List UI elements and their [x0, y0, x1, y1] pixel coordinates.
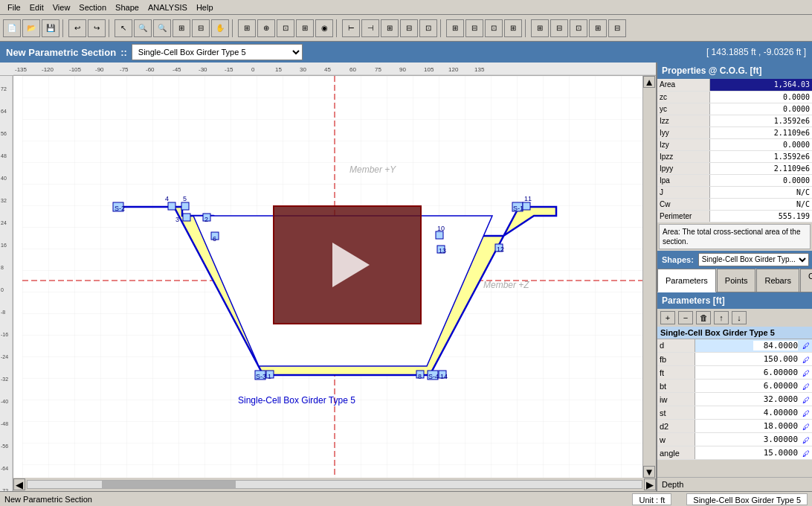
- scroll-right-btn[interactable]: ▶: [644, 478, 656, 490]
- menu-edit[interactable]: Edit: [25, 1, 48, 13]
- tool8-btn[interactable]: ⊞: [381, 19, 399, 37]
- save-btn[interactable]: 💾: [42, 19, 59, 37]
- shapes-dropdown[interactable]: Single-Cell Box Girder Typ...: [698, 253, 809, 266]
- zoom-in-btn[interactable]: 🔍: [134, 19, 152, 37]
- svg-text:-135: -135: [15, 66, 28, 73]
- grid-btn[interactable]: ⊞: [238, 19, 256, 37]
- params-up-btn[interactable]: ↑: [714, 311, 729, 324]
- tool17-btn[interactable]: ⊡: [570, 19, 587, 37]
- svg-text:40: 40: [1, 176, 7, 181]
- tool9-btn[interactable]: ⊟: [400, 19, 418, 37]
- param-ft-edit-icon[interactable]: 🖊: [802, 369, 810, 377]
- canvas-content[interactable]: Member +Y Member +Z Member To Z Referenc…: [13, 76, 656, 478]
- param-label-bt: bt: [657, 380, 695, 393]
- params-add-btn[interactable]: +: [660, 311, 675, 324]
- menu-analysis[interactable]: ANALYSIS: [144, 1, 192, 13]
- tool15-btn[interactable]: ⊞: [531, 19, 549, 37]
- prop-value-izy: 0.0000: [709, 138, 812, 150]
- svg-text:-32: -32: [1, 377, 8, 382]
- param-iw-edit-icon[interactable]: 🖊: [802, 396, 810, 404]
- shape-label: Single-Cell Box Girder Type 5: [238, 395, 355, 406]
- select-btn[interactable]: ↖: [115, 19, 132, 37]
- svg-text:3: 3: [175, 216, 179, 223]
- tab-points[interactable]: Points: [717, 269, 756, 292]
- horizontal-scrollbar[interactable]: ◀ ▶: [13, 478, 656, 491]
- prop-label-izy: Izy: [657, 138, 709, 150]
- prop-value-cw: N/C: [709, 198, 812, 210]
- param-d2-edit-icon[interactable]: 🖊: [802, 423, 810, 431]
- tool11-btn[interactable]: ⊞: [446, 19, 464, 37]
- svg-text:10: 10: [437, 225, 445, 232]
- scroll-left-btn[interactable]: ◀: [13, 478, 25, 490]
- params-down-btn[interactable]: ↓: [732, 311, 747, 324]
- section-type-dropdown[interactable]: Single-Cell Box Girder Type 5: [132, 44, 303, 60]
- tool13-btn[interactable]: ⊡: [485, 19, 503, 37]
- tool16-btn[interactable]: ⊟: [550, 19, 568, 37]
- scrollbar-thumb[interactable]: [102, 481, 236, 488]
- param-angle-edit-icon[interactable]: 🖊: [802, 449, 810, 458]
- snap-btn[interactable]: ⊕: [257, 19, 275, 37]
- params-delete-btn[interactable]: 🗑: [696, 311, 711, 324]
- undo-btn[interactable]: ↩: [68, 19, 86, 37]
- prop-row-izz: Izz 1.3592e6: [657, 115, 812, 126]
- tab-const-seq[interactable]: Const. Seq.: [800, 269, 812, 292]
- tool19-btn[interactable]: ⊟: [608, 19, 626, 37]
- tool5-btn[interactable]: ◉: [315, 19, 333, 37]
- open-btn[interactable]: 📂: [22, 19, 40, 37]
- tool12-btn[interactable]: ⊟: [465, 19, 483, 37]
- scroll-down-btn[interactable]: ▼: [643, 466, 655, 478]
- menu-file[interactable]: File: [3, 1, 25, 13]
- ortho-btn[interactable]: ⊡: [277, 19, 294, 37]
- zoom-window-btn[interactable]: ⊟: [192, 19, 210, 37]
- svg-text:90: 90: [399, 66, 406, 73]
- param-label-angle: angle: [657, 446, 695, 460]
- param-value-ft: 6.00000: [695, 366, 800, 380]
- svg-text:-48: -48: [1, 421, 8, 426]
- video-overlay[interactable]: [273, 205, 422, 324]
- tool10-btn[interactable]: ⊡: [419, 19, 437, 37]
- prop-row-yc: yc 0.0000: [657, 103, 812, 115]
- dim-btn[interactable]: ⊞: [296, 19, 314, 37]
- header-coordinates: [ 143.1885 ft , -9.0326 ft ]: [706, 47, 806, 57]
- param-st-edit-icon[interactable]: 🖊: [802, 409, 810, 417]
- tool14-btn[interactable]: ⊞: [504, 19, 522, 37]
- param-d-input[interactable]: [753, 341, 798, 350]
- zoom-all-btn[interactable]: ⊞: [173, 19, 190, 37]
- menu-section[interactable]: Section: [74, 1, 111, 13]
- scrollbar-track[interactable]: [27, 480, 642, 489]
- redo-btn[interactable]: ↪: [88, 19, 106, 37]
- play-button[interactable]: [332, 243, 370, 287]
- menu-view[interactable]: View: [48, 1, 75, 13]
- prop-value-ipa: 0.0000: [709, 174, 812, 186]
- menu-shape[interactable]: Shape: [111, 1, 144, 13]
- param-d-edit-icon[interactable]: 🖊: [802, 342, 810, 350]
- prop-value-ipyy: 2.1109e6: [709, 162, 812, 174]
- menu-help[interactable]: Help: [192, 1, 218, 13]
- svg-text:-120: -120: [42, 66, 54, 73]
- new-btn[interactable]: 📄: [3, 19, 21, 37]
- param-fb-edit-icon[interactable]: 🖊: [802, 356, 810, 364]
- params-remove-btn[interactable]: −: [678, 311, 693, 324]
- params-scroll-area[interactable]: d 🖊 fb 150.000 🖊 ft 6.00000 �: [657, 339, 812, 478]
- tool6-btn[interactable]: ⊢: [342, 19, 360, 37]
- tool18-btn[interactable]: ⊞: [589, 19, 607, 37]
- svg-text:1: 1: [268, 373, 271, 380]
- vertical-scrollbar[interactable]: ▲ ▼: [642, 76, 656, 478]
- param-value-fb: 150.000: [695, 353, 800, 366]
- tab-parameters[interactable]: Parameters: [657, 269, 716, 292]
- pan-btn[interactable]: ✋: [211, 19, 229, 37]
- tab-rebars[interactable]: Rebars: [756, 269, 799, 292]
- zoom-out-btn[interactable]: 🔍: [153, 19, 171, 37]
- canvas-area[interactable]: -135 -120 -105 -90 -75 -60 -45 -30 -15 0…: [0, 63, 656, 491]
- tool7-btn[interactable]: ⊣: [361, 19, 379, 37]
- scroll-up-btn[interactable]: ▲: [643, 76, 655, 88]
- prop-label-cw: Cw: [657, 198, 709, 210]
- prop-label-area: Area: [657, 79, 709, 91]
- svg-text:32: 32: [1, 198, 7, 203]
- param-label-fb: fb: [657, 353, 695, 366]
- svg-rect-54: [181, 202, 189, 210]
- svg-text:0: 0: [251, 66, 255, 73]
- param-bt-edit-icon[interactable]: 🖊: [802, 382, 810, 391]
- param-row-angle: angle 15.0000 🖊: [657, 446, 812, 460]
- param-w-edit-icon[interactable]: 🖊: [802, 436, 810, 444]
